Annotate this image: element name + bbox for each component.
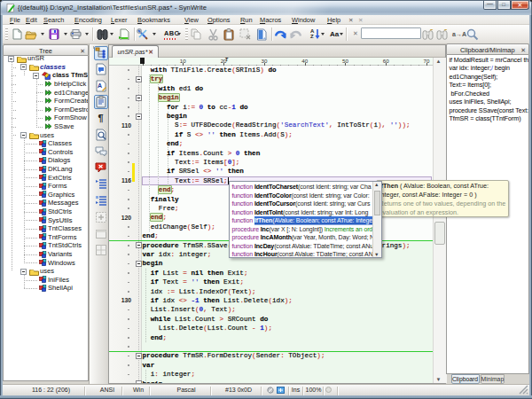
svg-text:A: A xyxy=(98,82,102,89)
